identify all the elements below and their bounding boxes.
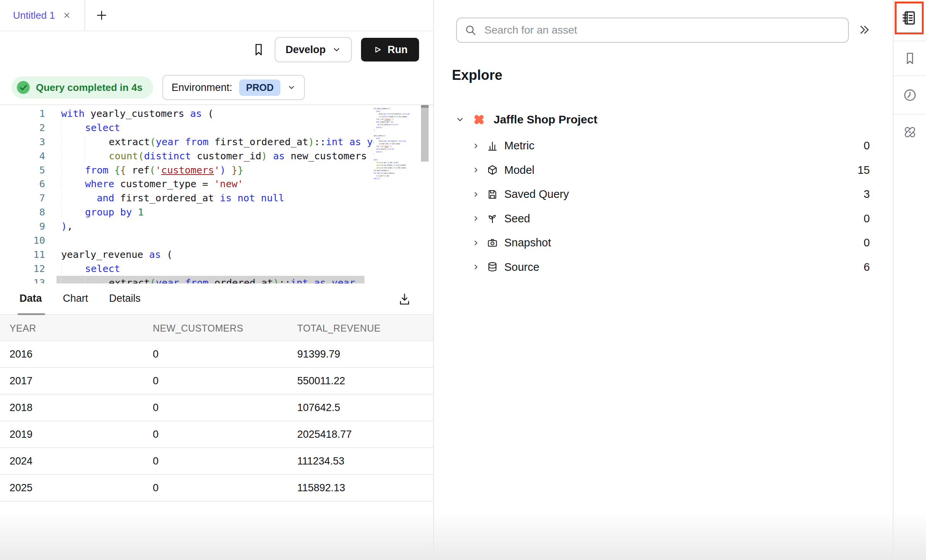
line-number: 8: [0, 205, 45, 219]
saved-query-icon: [487, 189, 499, 200]
line-number: 13: [0, 276, 45, 283]
chevron-right-icon[interactable]: [472, 263, 480, 271]
table-cell: 2025418.77: [297, 429, 433, 440]
code-editor[interactable]: 1with yearly_customers as (2 select3 ext…: [0, 104, 433, 283]
project-row[interactable]: Jaffle Shop Project: [434, 110, 597, 129]
chevron-right-icon[interactable]: [472, 166, 480, 174]
tree-item-model[interactable]: Model15: [434, 158, 893, 183]
environment-value-badge: PROD: [239, 79, 280, 96]
snapshot-icon: [487, 237, 499, 249]
table-row: 20240111234.53: [0, 448, 433, 475]
panel-divider: [433, 0, 434, 560]
code-line[interactable]: 5 from {{ ref('customers') }}: [0, 163, 433, 177]
bookmark-button[interactable]: [252, 43, 265, 57]
line-number: 7: [0, 191, 45, 205]
close-tab-icon[interactable]: [63, 11, 71, 19]
tree-item-seed[interactable]: Seed0: [434, 207, 893, 231]
item-count: 0: [864, 212, 870, 225]
code-line[interactable]: 2 select: [0, 121, 433, 135]
tree-item-label: Snapshot: [504, 236, 551, 249]
tree-item-metric[interactable]: Metric0: [434, 134, 893, 158]
active-tab-underline: [18, 313, 45, 315]
download-button[interactable]: [397, 292, 412, 309]
code-lines: 1with yearly_customers as (2 select3 ext…: [0, 107, 433, 283]
tab-untitled-1[interactable]: Untitled 1: [0, 0, 71, 31]
code-line[interactable]: 8 group by 1: [0, 205, 433, 219]
line-number: 11: [0, 248, 45, 262]
icon-rail: [893, 0, 926, 560]
asset-search-input[interactable]: [484, 24, 840, 37]
item-count: 0: [864, 236, 870, 249]
metric-icon: [487, 140, 499, 152]
explore-panel: Explore Jaffle Shop Project Metric0Model…: [434, 0, 893, 560]
develop-dropdown[interactable]: Develop: [275, 37, 351, 62]
table-cell: 2024: [10, 455, 153, 467]
line-number: 2: [0, 121, 45, 135]
tab-details[interactable]: Details: [109, 293, 141, 304]
run-button[interactable]: Run: [361, 38, 419, 62]
asset-tree: Metric0Model15Saved Query3Seed0Snapshot0…: [434, 134, 893, 279]
tab-chart[interactable]: Chart: [63, 293, 88, 304]
chevron-right-icon[interactable]: [472, 239, 480, 247]
tab-label: Untitled 1: [13, 10, 55, 21]
ide-window: Untitled 1 Develop Run: [0, 0, 926, 560]
tree-item-snapshot[interactable]: Snapshot0: [434, 231, 893, 255]
table-cell: 0: [153, 402, 297, 414]
editor-scrollbar-cap: [421, 105, 429, 108]
line-number: 12: [0, 262, 45, 276]
bookmark-icon: [903, 52, 917, 65]
line-number: 5: [0, 163, 45, 177]
rail-item-bookmarks[interactable]: [894, 41, 926, 76]
tree-item-label: Seed: [504, 212, 530, 225]
query-status-badge: Query completed in 4s: [11, 76, 153, 99]
table-cell: 2016: [10, 348, 153, 360]
new-tab-button[interactable]: [91, 0, 112, 31]
tree-item-source[interactable]: Source6: [434, 255, 893, 280]
code-line[interactable]: 6 where customer_type = 'new': [0, 177, 433, 191]
project-name: Jaffle Shop Project: [494, 113, 597, 126]
code-line[interactable]: 9),: [0, 219, 433, 233]
code-line[interactable]: 10: [0, 233, 433, 248]
rail-item-history[interactable]: [894, 76, 926, 115]
line-number: 3: [0, 135, 45, 149]
chevron-right-icon[interactable]: [472, 142, 480, 150]
code-line[interactable]: 4 count(distinct customer_id) as new_cus…: [0, 149, 433, 163]
tree-item-saved-query[interactable]: Saved Query3: [434, 182, 893, 207]
dbt-mark-icon: [902, 125, 918, 140]
table-cell: 107642.5: [297, 402, 433, 414]
table-cell: 0: [153, 482, 297, 494]
item-count: 3: [864, 188, 870, 201]
editor-panel: Untitled 1 Develop Run: [0, 0, 433, 560]
chevron-down-icon: [455, 115, 465, 124]
item-count: 6: [864, 261, 870, 274]
status-row: Query completed in 4s Environment: PROD: [11, 75, 305, 100]
code-line[interactable]: 11yearly_revenue as (: [0, 248, 433, 262]
line-number: 9: [0, 219, 45, 233]
editor-scrollbar[interactable]: [421, 105, 429, 162]
tab-data[interactable]: Data: [19, 293, 42, 304]
table-cell: 111234.53: [297, 455, 433, 467]
chevron-right-icon[interactable]: [472, 215, 480, 222]
tree-item-label: Source: [504, 261, 539, 274]
code-line[interactable]: 12 select: [0, 262, 433, 276]
rail-item-dbt[interactable]: [894, 115, 926, 150]
table-cell: 91399.79: [297, 348, 433, 360]
collapse-panel-button[interactable]: [857, 23, 871, 38]
code-line[interactable]: 13 extract(year from ordered_at)::int as…: [0, 276, 433, 283]
table-cell: 2019: [10, 429, 153, 440]
environment-selector[interactable]: Environment: PROD: [162, 75, 305, 100]
minimap[interactable]: with yearly_customers as ( select extrac…: [374, 107, 420, 282]
header-cell: YEAR: [10, 323, 153, 334]
double-chevron-right-icon: [857, 23, 871, 37]
table-header: YEARNEW_CUSTOMERSTOTAL_REVENUE: [0, 316, 433, 341]
code-line[interactable]: 3 extract(year from first_ordered_at)::i…: [0, 135, 433, 149]
table-cell: 115892.13: [297, 482, 433, 494]
chevron-right-icon[interactable]: [472, 191, 480, 198]
bookmark-icon: [252, 43, 265, 57]
code-line[interactable]: 1with yearly_customers as (: [0, 107, 433, 121]
table-cell: 0: [153, 429, 297, 440]
chevron-down-icon: [287, 83, 296, 92]
code-line[interactable]: 7 and first_ordered_at is not null: [0, 191, 433, 205]
editor-toolbar: Develop Run: [0, 31, 433, 69]
rail-item-catalog[interactable]: [894, 0, 926, 41]
